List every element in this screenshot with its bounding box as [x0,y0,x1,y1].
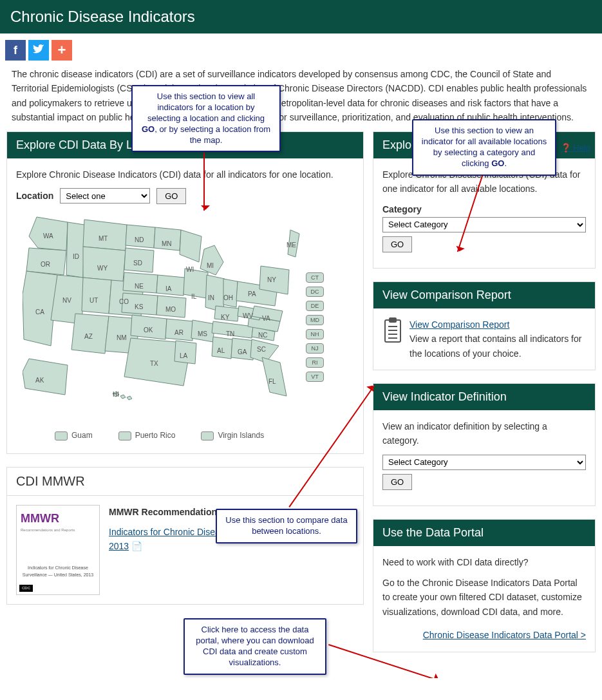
panel-by-location: Explore CDI Data By Location Explore Chr… [6,131,364,455]
mmwr-thumbnail[interactable]: MMWR Recommendations and Reports Indicat… [16,505,100,595]
territories-row: Guam Puerto Rico Virgin Islands [16,423,354,444]
state-pill-dc[interactable]: DC [306,287,324,297]
panel-comparison: View Comparison Report View Comparison R… [373,281,596,370]
state-pill-md[interactable]: MD [306,315,324,325]
comparison-desc: View a report that contains all indicato… [409,332,586,361]
clipboard-icon [382,317,403,343]
by-location-desc: Explore Chronic Disease Indicators (CDI)… [16,167,354,182]
territory-vi[interactable]: Virgin Islands [201,430,264,442]
page-title: Chronic Disease Indicators [10,8,592,26]
territory-guam[interactable]: Guam [55,430,93,442]
page-header: Chronic Disease Indicators [0,0,602,33]
territory-pr[interactable]: Puerto Rico [118,430,176,442]
state-pill-de[interactable]: DE [306,301,324,311]
portal-desc: Go to the Chronic Disease Indicators Dat… [382,576,586,619]
panel-header-definition: View Indicator Definition [373,384,595,410]
us-map[interactable]: WA OR CA NV ID MT WY UT AZ NM CO ND SD N… [16,211,354,423]
portal-link[interactable]: Chronic Disease Indicators Data Portal > [423,630,586,640]
panel-definition: View Indicator Definition View an indica… [373,383,596,506]
help-link[interactable]: Help [561,142,590,155]
category-label: Category [382,204,422,214]
definition-select[interactable]: Select Category [382,455,586,470]
callout-indicator: Use this section to view an indicator fo… [412,119,556,176]
arrow-location [203,153,205,211]
state-pill-nj[interactable]: NJ [306,343,324,354]
callout-location: Use this section to view all indicators … [131,85,281,152]
state-pill-ct[interactable]: CT [306,272,324,283]
comparison-link[interactable]: View Comparison Report [409,319,509,330]
panel-header-portal: Use the Data Portal [373,520,595,546]
state-pill-vt[interactable]: VT [306,372,324,382]
callout-compare: Use this section to compare data between… [216,509,357,544]
panel-portal: Use the Data Portal Need to work with CD… [373,519,596,652]
callout-portal: Click here to access the data portal, wh… [183,618,326,675]
twitter-icon[interactable] [28,40,49,61]
location-label: Location [16,191,53,201]
pdf-icon: 📄 [131,541,142,551]
location-go-button[interactable]: GO [156,188,186,204]
definition-desc: View an indicator definition by selectin… [382,419,586,448]
panel-header-comparison: View Comparison Report [373,282,595,308]
indicator-go-button[interactable]: GO [382,236,412,252]
svg-rect-1 [389,317,397,323]
category-select[interactable]: Select Category [382,217,586,232]
share-row: f + [0,33,602,64]
mmwr-title: CDI MMWR [7,468,363,496]
state-pill-nh[interactable]: NH [306,329,324,339]
addthis-icon[interactable]: + [52,40,72,61]
facebook-icon[interactable]: f [5,40,26,61]
definition-go-button[interactable]: GO [382,474,412,490]
state-pill-ri[interactable]: RI [306,357,324,368]
portal-question: Need to work with CDI data directly? [382,555,586,569]
location-select[interactable]: Select one [60,188,150,203]
